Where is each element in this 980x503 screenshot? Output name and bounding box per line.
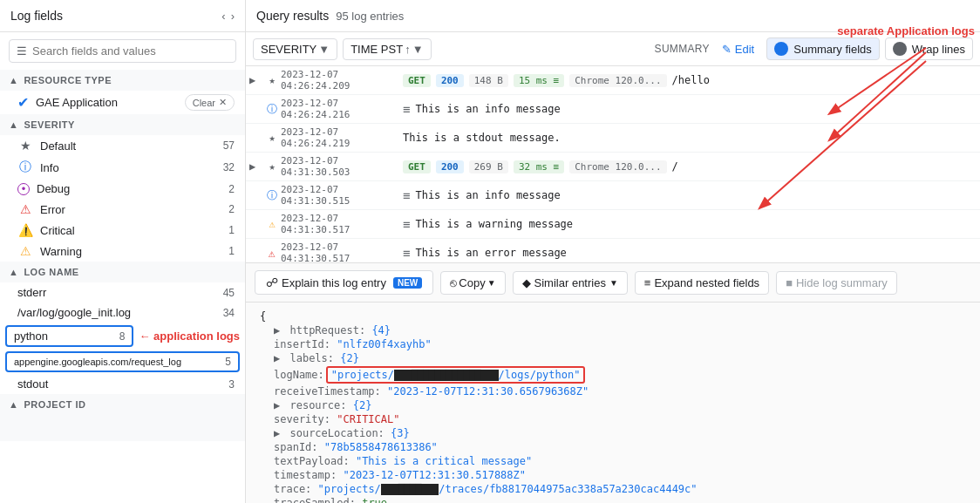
log-content: GET 200 148 B 15 ms ≡ Chrome 120.0... /h…	[403, 74, 977, 87]
edit-button[interactable]: ✎ Edit	[715, 39, 761, 59]
log-name-python[interactable]: python 8	[5, 325, 133, 347]
browser-badge: Chrome 120.0...	[569, 160, 666, 173]
severity-critical-count: 1	[228, 224, 235, 236]
expand-inline-icon[interactable]: ▶	[274, 399, 280, 411]
debug-icon: •	[17, 183, 30, 195]
log-text: This is an info message	[415, 103, 560, 115]
expand-fields-button[interactable]: ≡ Expand nested fields	[635, 271, 769, 295]
timestamp: 2023-12-07 04:31:30.517	[281, 213, 403, 235]
redacted-value: ████	[381, 484, 439, 495]
gae-label: GAE Application	[36, 96, 178, 109]
log-content: This is a stdout message.	[403, 132, 977, 144]
severity-debug-filter[interactable]: • Debug 2	[0, 179, 245, 199]
table-row[interactable]: ★ 2023-12-07 04:26:24.219 This is a stdo…	[246, 124, 980, 153]
table-row[interactable]: ⚠ 2023-12-07 04:31:30.517 ≡ This is an e…	[246, 239, 980, 262]
clear-button[interactable]: Clear ✕	[185, 94, 235, 111]
detail-line: trace: "projects/████/traces/fb881704497…	[260, 482, 966, 496]
time-select[interactable]: TIME PST ↑ ▼	[343, 38, 431, 60]
severity-select[interactable]: SEVERITY ▼	[253, 38, 337, 60]
explain-icon: ☍	[266, 275, 278, 289]
info-icon: ⓘ	[263, 102, 281, 117]
resource-type-label: RESOURCE TYPE	[24, 75, 112, 85]
hide-summary-button[interactable]: ■ Hide log summary	[776, 271, 897, 295]
severity-error-count: 2	[228, 203, 235, 215]
log-name-google-init[interactable]: /var/log/google_init.log 34	[0, 302, 245, 323]
table-row[interactable]: ⓘ 2023-12-07 04:31:30.515 ≡ This is an i…	[246, 181, 980, 210]
log-text: This is a warning message	[415, 218, 573, 230]
project-id-placeholder	[0, 415, 245, 441]
expand-icon: ≡	[644, 276, 651, 289]
project-id-label: PROJECT ID	[24, 399, 85, 410]
logname-detail-line: logName: "projects/████████████/logs/pyt…	[260, 365, 966, 384]
warning-icon: ⚠	[263, 218, 281, 230]
error-icon: ⚠	[263, 247, 281, 260]
log-text: This is a stdout message.	[403, 132, 561, 144]
project-id-section[interactable]: ▲ PROJECT ID	[0, 394, 245, 415]
log-name-section[interactable]: ▲ LOG NAME	[0, 262, 245, 282]
close-icon: ✕	[219, 97, 227, 108]
log-name-stdout[interactable]: stdout 3	[0, 374, 245, 394]
wrap-lines-toggle[interactable]: Wrap lines	[885, 37, 973, 60]
table-row[interactable]: ⓘ 2023-12-07 04:26:24.216 ≡ This is an i…	[246, 95, 980, 124]
expand-inline-icon[interactable]: ▶	[274, 352, 280, 364]
toggle-on-icon	[774, 42, 788, 56]
time-badge: 32 ms ≡	[514, 160, 564, 173]
detail-line: ▶ httpRequest: {4}	[260, 323, 966, 337]
detail-line: spanId: "78b5858478613386"	[260, 440, 966, 454]
log-fields-title: Log fields	[10, 9, 63, 23]
redacted-value: ████████████	[394, 370, 498, 381]
sort-asc-icon: ↑	[405, 43, 411, 56]
default-star-icon: ★	[263, 160, 281, 173]
default-star-icon: ★	[17, 139, 33, 153]
severity-error-filter[interactable]: ⚠ Error 2	[0, 199, 245, 220]
severity-section[interactable]: ▲ SEVERITY	[0, 114, 245, 135]
timestamp: 2023-12-07 04:31:30.517	[281, 241, 403, 262]
severity-default-label: Default	[40, 139, 223, 153]
expand-icon[interactable]: ▶	[249, 74, 263, 86]
critical-icon: ⚠️	[17, 223, 33, 237]
expand-inline-icon[interactable]: ▶	[274, 427, 280, 439]
new-badge: NEW	[393, 277, 422, 289]
severity-critical-filter[interactable]: ⚠️ Critical 1	[0, 220, 245, 241]
timestamp: 2023-12-07 04:26:24.216	[281, 98, 403, 120]
resource-type-section[interactable]: ▲ RESOURCE TYPE	[0, 70, 245, 91]
log-text: This is an error message	[415, 247, 566, 259]
detail-line: ▶ labels: {2}	[260, 351, 966, 365]
error-icon: ⚠	[17, 202, 33, 216]
severity-warning-label: Warning	[40, 245, 228, 258]
default-star-icon: ★	[263, 74, 281, 86]
left-panel: Log fields ‹ › ☰ ▲ RESOURCE TYPE ✔ GAE A…	[0, 0, 246, 503]
detail-body: { ▶ httpRequest: {4} insertId: "nlfz00f4…	[246, 302, 980, 503]
log-content: GET 200 269 B 32 ms ≡ Chrome 120.0... /	[403, 160, 977, 173]
expand-inline-icon[interactable]: ▶	[274, 324, 280, 336]
copy-button[interactable]: ⎋ Copy ▼	[440, 271, 505, 295]
summary-fields-toggle[interactable]: Summary fields	[766, 37, 880, 60]
log-name-stderr[interactable]: stderr 45	[0, 282, 245, 302]
log-text: This is an info message	[415, 189, 560, 201]
table-row[interactable]: ▶ ★ 2023-12-07 04:26:24.209 GET 200 148 …	[246, 66, 980, 95]
search-bar[interactable]: ☰	[9, 39, 236, 63]
severity-default-filter[interactable]: ★ Default 57	[0, 135, 245, 156]
severity-warning-filter[interactable]: ⚠ Warning 1	[0, 241, 245, 262]
explain-button[interactable]: ☍ Explain this log entry NEW	[255, 270, 433, 295]
search-input[interactable]	[32, 44, 228, 58]
log-content: ≡ This is a warning message	[403, 217, 977, 231]
prev-icon[interactable]: ‹	[221, 10, 225, 23]
log-count: 95 log entries	[336, 10, 404, 23]
table-row[interactable]: ⚠ 2023-12-07 04:31:30.517 ≡ This is a wa…	[246, 210, 980, 239]
right-panel: Query results 95 log entries SEVERITY ▼ …	[246, 0, 980, 503]
detail-line: insertId: "nlfz00f4xayhb"	[260, 337, 966, 351]
log-name-appengine[interactable]: appengine.googleapis.com/request_log 5	[5, 351, 240, 372]
time-toolbar-label: TIME PST	[350, 43, 403, 56]
table-row[interactable]: ▶ ★ 2023-12-07 04:31:30.503 GET 200 269 …	[246, 153, 980, 181]
log-text: /	[672, 160, 678, 173]
similar-entries-button[interactable]: ◆ Similar entries ▼	[513, 271, 628, 295]
severity-info-filter[interactable]: ⓘ Info 32	[0, 156, 245, 179]
next-icon[interactable]: ›	[231, 10, 235, 23]
left-panel-header: Log fields ‹ ›	[0, 0, 245, 32]
info-icon: ⓘ	[263, 188, 281, 203]
expand-icon[interactable]: ▶	[249, 160, 263, 173]
log-content: ≡ This is an info message	[403, 188, 977, 202]
summary-icon: ≡	[403, 188, 410, 202]
detail-line: ▶ sourceLocation: {3}	[260, 426, 966, 440]
